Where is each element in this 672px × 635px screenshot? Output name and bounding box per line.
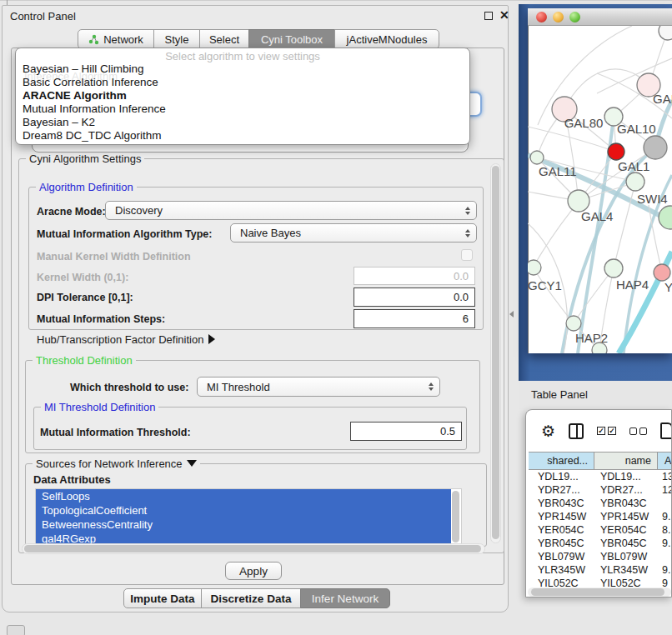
control-panel-title: Control Panel (10, 10, 76, 22)
which-threshold-select[interactable]: MI Threshold (197, 377, 440, 397)
tab-label: Impute Data (130, 592, 194, 605)
kernel-width-field[interactable]: 0.0 (354, 267, 475, 285)
table-row[interactable]: YBL079WYBL079W (529, 550, 672, 563)
top-divider (0, 0, 672, 1)
table-row[interactable]: YER054CYER054C8. (529, 523, 672, 537)
expand-right-icon (208, 334, 215, 344)
network-edge (533, 202, 579, 268)
tab-select[interactable]: Select (199, 29, 249, 49)
table-cell: YLR345W (594, 563, 658, 577)
gear-icon[interactable]: ⚙ (541, 422, 555, 441)
table-cell: YPR145W (594, 510, 658, 523)
panel-divider-handle[interactable] (509, 311, 514, 318)
table-scrollbar-thumb[interactable] (531, 588, 664, 596)
table-cell: YBL079W (594, 550, 658, 563)
attribute-item[interactable]: SelfLoops (36, 489, 451, 503)
tab-cyni-toolbox[interactable]: Cyni Toolbox (248, 29, 335, 49)
data-attributes-list[interactable]: SelfLoopsTopologicalCoefficientBetweenne… (35, 488, 462, 545)
column-header-shared-name[interactable]: shared... (529, 452, 594, 469)
float-window-icon[interactable] (484, 12, 493, 20)
table-cell: YIL052C (594, 577, 658, 587)
mi-threshold-field[interactable]: 0.5 (350, 422, 462, 441)
algorithm-option[interactable]: Mutual Information Inference (16, 102, 469, 116)
network-node-HAP4[interactable] (604, 259, 623, 278)
tab-style[interactable]: Style (153, 29, 200, 49)
network-node-HAP2[interactable] (566, 316, 581, 331)
close-icon[interactable]: ✕ (499, 8, 509, 22)
hub-definition-header[interactable]: Hub/Transcription Factor Definition (37, 333, 215, 346)
tab-impute-data[interactable]: Impute Data (123, 588, 202, 608)
columns-icon[interactable] (569, 423, 584, 439)
tab-label: Cyni Toolbox (261, 33, 323, 46)
network-edge (597, 58, 672, 93)
bottom-left-button[interactable] (7, 625, 25, 635)
network-node[interactable] (608, 143, 624, 160)
node-label: GAL4 (581, 209, 613, 223)
list-scrollbar-thumb[interactable] (452, 491, 459, 542)
network-node-GAL1[interactable] (626, 172, 644, 191)
tab-discretize-data[interactable]: Discretize Data (201, 588, 301, 608)
dpi-tolerance-value: 0.0 (454, 291, 469, 303)
table-row[interactable]: YDL19...YDL19...13 (529, 470, 672, 483)
network-node[interactable] (659, 26, 672, 40)
table-row[interactable]: YBR043CYBR043C (529, 497, 672, 510)
network-node[interactable] (644, 136, 667, 159)
threshold-definition-title: Threshold Definition (33, 354, 136, 367)
algorithm-option[interactable]: Dream8 DC_TDC Algorithm (16, 129, 469, 142)
mac-minimize-button[interactable] (553, 12, 564, 22)
tab-infer-network[interactable]: Infer Network (300, 588, 390, 608)
tab-jactivemnodules[interactable]: jActiveMNodules (334, 29, 439, 49)
settings-group-title: Cyni Algorithm Settings (26, 152, 144, 165)
network-node[interactable] (592, 342, 607, 353)
table-row[interactable]: YDR27...YDR27...12 (529, 483, 672, 497)
which-threshold-value: MI Threshold (198, 381, 270, 393)
tab-label: Network (103, 33, 143, 46)
table-cell: 12 (658, 483, 672, 497)
mi-steps-field[interactable]: 6 (354, 309, 475, 328)
table-row[interactable]: YPR145WYPR145W9. (529, 510, 672, 523)
network-window-titlebar[interactable] (528, 8, 672, 26)
network-node-SWI4[interactable] (659, 206, 672, 229)
settings-horizontal-scrollbar[interactable] (22, 543, 485, 554)
table-cell: YDL19... (594, 470, 658, 483)
mac-close-button[interactable] (536, 12, 547, 22)
manual-kernel-checkbox[interactable] (461, 249, 473, 261)
algorithm-option[interactable]: ARACNE Algorithm (16, 89, 469, 102)
document-icon[interactable] (660, 422, 672, 439)
mi-type-select[interactable]: Naive Bayes (230, 223, 477, 242)
horizontal-scrollbar-thumb[interactable] (24, 545, 481, 552)
unchecked-boxes-icon[interactable] (629, 428, 647, 435)
mac-zoom-button[interactable] (569, 12, 580, 22)
tab-label: Infer Network (312, 592, 379, 605)
table-panel-title: Table Panel (531, 388, 588, 401)
table-cell: 9. (658, 537, 672, 550)
dpi-tolerance-field[interactable]: 0.0 (354, 288, 475, 307)
table-row[interactable]: YIL052CYIL052C9 (529, 577, 672, 587)
table-cell: 9 (658, 577, 672, 587)
table-row[interactable]: YLR345WYLR345W9. (529, 563, 672, 577)
network-canvas[interactable]: GALGAL80GAL10GAL11GAL1SWI4GAL4GCY1HAP4YH… (528, 26, 672, 353)
settings-vertical-scrollbar[interactable] (490, 163, 501, 543)
checked-boxes-icon[interactable]: ✓✓ (597, 427, 616, 435)
popup-placeholder: Select algorithm to view settings (16, 48, 469, 62)
network-node-GAL11[interactable] (530, 151, 544, 164)
column-header-name[interactable]: name (594, 452, 658, 469)
apply-button[interactable]: Apply (225, 562, 282, 580)
network-node-Y[interactable] (654, 264, 670, 281)
column-header-partial[interactable]: A (658, 452, 672, 469)
network-node-GCY1[interactable] (528, 260, 541, 275)
network-icon (88, 34, 99, 45)
node-label: GAL11 (539, 164, 577, 178)
aracne-mode-select[interactable]: Discovery (105, 201, 477, 220)
table-row[interactable]: YBR045CYBR045C9. (529, 537, 672, 550)
attribute-item[interactable]: BetweennessCentrality (36, 518, 451, 532)
algorithm-option[interactable]: Bayesian – K2 (16, 116, 469, 129)
sources-group-header[interactable]: Sources for Network Inference (33, 458, 200, 470)
table-horizontal-scrollbar[interactable] (528, 588, 671, 597)
which-threshold-label: Which threshold to use: (70, 382, 188, 393)
node-label: Y (664, 280, 672, 294)
attribute-item[interactable]: TopologicalCoefficient (36, 503, 451, 518)
table-cell: YBR045C (529, 537, 594, 550)
vertical-scrollbar-thumb[interactable] (492, 166, 499, 539)
tab-network[interactable]: Network (78, 29, 154, 49)
